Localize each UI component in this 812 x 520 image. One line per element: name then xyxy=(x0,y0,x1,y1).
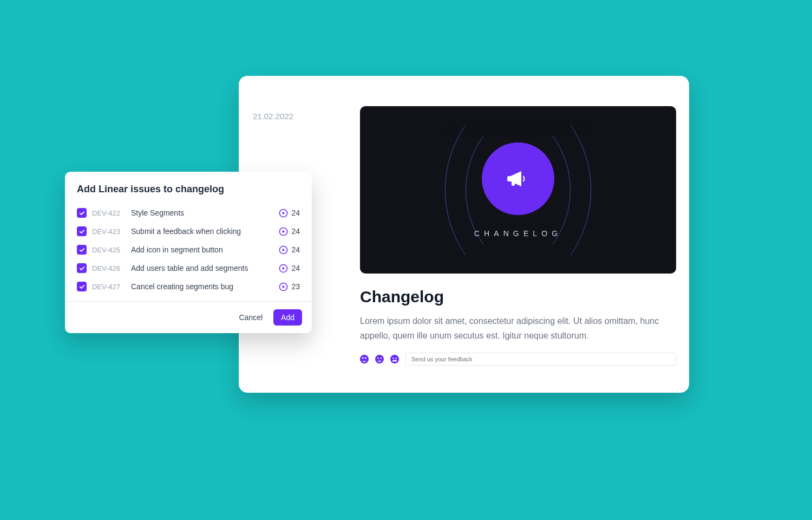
svg-point-7 xyxy=(392,358,394,359)
issue-status: 24 xyxy=(279,227,300,236)
play-circle-icon xyxy=(279,264,288,273)
issue-count: 23 xyxy=(291,282,300,291)
issue-id: DEV-427 xyxy=(92,283,126,291)
modal-title: Add Linear issues to changelog xyxy=(65,172,312,204)
feedback-row xyxy=(360,353,676,366)
hero-circle xyxy=(482,142,554,215)
issue-title: Style Segments xyxy=(131,209,273,217)
issue-row[interactable]: DEV-425Add icon in segment button24 xyxy=(77,240,300,259)
changelog-description: Lorem ipsum dolor sit amet, consectetur … xyxy=(360,314,674,343)
svg-point-2 xyxy=(360,355,369,363)
issue-id: DEV-423 xyxy=(92,227,126,236)
checkbox-icon[interactable] xyxy=(77,208,87,218)
play-circle-icon xyxy=(279,227,288,236)
svg-rect-9 xyxy=(392,360,397,362)
modal-footer: Cancel Add xyxy=(65,301,312,333)
issue-status: 24 xyxy=(279,264,300,273)
changelog-title: Changelog xyxy=(360,288,676,306)
issue-count: 24 xyxy=(291,209,300,217)
play-circle-icon xyxy=(279,209,288,218)
issue-list: DEV-422Style Segments24DEV-423Submit a f… xyxy=(65,204,312,301)
svg-point-5 xyxy=(381,358,382,359)
feedback-input[interactable] xyxy=(405,353,676,366)
changelog-hero: CHANGELOG xyxy=(360,106,676,274)
checkbox-icon[interactable] xyxy=(77,263,87,273)
issue-title: Add icon in segment button xyxy=(131,245,273,254)
issue-row[interactable]: DEV-426Add users table and add segments2… xyxy=(77,259,300,277)
issue-id: DEV-422 xyxy=(92,209,126,217)
issue-count: 24 xyxy=(291,264,300,272)
issue-count: 24 xyxy=(291,245,300,254)
play-circle-icon xyxy=(279,282,288,291)
issue-status: 24 xyxy=(279,209,300,218)
issue-row[interactable]: DEV-427Cancel creating segments bug23 xyxy=(77,277,300,296)
add-linear-modal: Add Linear issues to changelog DEV-422St… xyxy=(65,172,312,333)
cancel-button[interactable]: Cancel xyxy=(235,313,266,322)
issue-title: Cancel creating segments bug xyxy=(131,282,273,291)
issue-row[interactable]: DEV-423Submit a feedback when clicking24 xyxy=(77,222,300,240)
issue-row[interactable]: DEV-422Style Segments24 xyxy=(77,204,300,222)
issue-title: Submit a feedback when clicking xyxy=(131,227,273,236)
emoji-grin-icon[interactable] xyxy=(390,355,399,363)
emoji-happy-icon[interactable] xyxy=(375,355,384,363)
checkbox-icon[interactable] xyxy=(77,245,87,255)
play-circle-icon xyxy=(279,245,288,255)
changelog-body: CHANGELOG Changelog Lorem ipsum dolor si… xyxy=(360,106,676,380)
svg-point-4 xyxy=(377,358,378,359)
checkbox-icon[interactable] xyxy=(77,226,87,236)
emoji-love-icon[interactable] xyxy=(360,355,369,363)
issue-title: Add users table and add segments xyxy=(131,264,273,272)
svg-point-6 xyxy=(390,355,399,363)
add-button[interactable]: Add xyxy=(273,309,302,326)
issue-id: DEV-426 xyxy=(92,264,126,272)
checkbox-icon[interactable] xyxy=(77,282,87,291)
hero-label: CHANGELOG xyxy=(474,229,562,238)
issue-count: 24 xyxy=(291,227,300,236)
issue-status: 23 xyxy=(279,282,300,291)
svg-point-8 xyxy=(396,358,397,359)
svg-rect-1 xyxy=(512,181,515,186)
issue-id: DEV-425 xyxy=(92,246,126,254)
issue-status: 24 xyxy=(279,245,300,255)
megaphone-icon xyxy=(505,166,531,192)
svg-rect-0 xyxy=(507,176,510,181)
svg-point-3 xyxy=(375,355,384,363)
